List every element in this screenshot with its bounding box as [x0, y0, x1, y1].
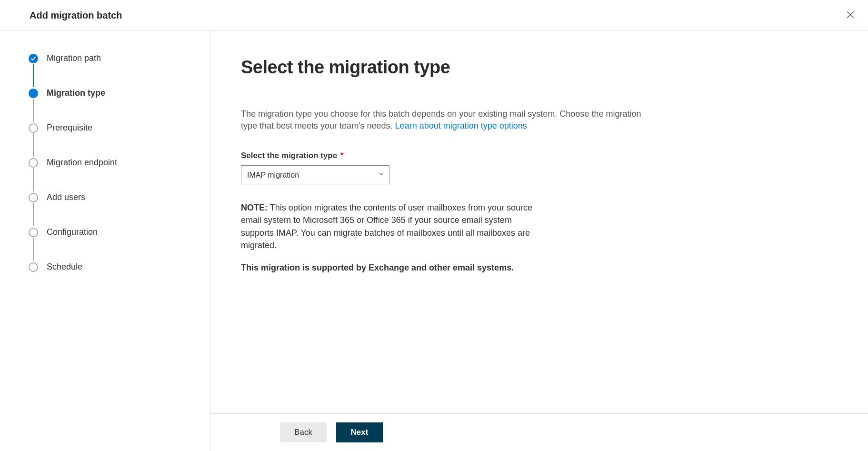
back-button[interactable]: Back	[280, 422, 327, 442]
step-migration-endpoint[interactable]: Migration endpoint	[29, 158, 199, 192]
step-label: Configuration	[47, 227, 98, 237]
wizard-steps-sidebar: Migration path Migration type Prerequisi…	[0, 30, 210, 451]
pending-step-icon	[29, 262, 38, 272]
migration-type-select[interactable]: IMAP migration	[241, 165, 389, 184]
next-button[interactable]: Next	[336, 422, 383, 442]
step-migration-type[interactable]: Migration type	[29, 88, 199, 123]
step-configuration[interactable]: Configuration	[29, 227, 199, 262]
pending-step-icon	[29, 158, 38, 168]
step-label: Migration endpoint	[47, 158, 117, 168]
header: Add migration batch	[0, 0, 868, 30]
wizard-steps: Migration path Migration type Prerequisi…	[29, 53, 199, 272]
step-label: Schedule	[47, 262, 82, 272]
pending-step-icon	[29, 193, 38, 202]
step-migration-path[interactable]: Migration path	[29, 53, 199, 88]
close-button[interactable]	[844, 9, 857, 22]
migration-type-label: Select the migration type *	[241, 151, 838, 160]
intro-text: The migration type you choose for this b…	[241, 108, 655, 132]
main: Select the migration type The migration …	[210, 30, 868, 451]
migration-type-select-wrap: IMAP migration	[241, 165, 389, 184]
body: Migration path Migration type Prerequisi…	[0, 30, 868, 451]
learn-more-link[interactable]: Learn about migration type options	[395, 121, 527, 130]
current-step-dot-icon	[29, 89, 38, 98]
note-label: NOTE:	[241, 203, 268, 212]
close-icon	[846, 10, 855, 20]
step-label: Migration type	[47, 88, 105, 98]
footer: Back Next	[210, 413, 868, 451]
note-body: This option migrates the contents of use…	[241, 203, 532, 250]
field-label-text: Select the migration type	[241, 151, 337, 160]
pending-step-icon	[29, 123, 38, 133]
step-label: Prerequisite	[47, 123, 92, 133]
step-prerequisite[interactable]: Prerequisite	[29, 123, 199, 158]
step-schedule[interactable]: Schedule	[29, 262, 199, 272]
page-title: Add migration batch	[30, 10, 122, 21]
step-label: Add users	[47, 192, 85, 202]
note-text: NOTE: This option migrates the contents …	[241, 201, 536, 251]
required-asterisk: *	[340, 151, 344, 160]
wizard-page: Add migration batch Migration path	[0, 0, 868, 451]
step-label: Migration path	[47, 53, 101, 63]
content: Select the migration type The migration …	[210, 30, 868, 413]
content-heading: Select the migration type	[241, 57, 838, 78]
check-icon	[29, 54, 38, 63]
step-add-users[interactable]: Add users	[29, 192, 199, 227]
pending-step-icon	[29, 228, 38, 237]
support-text: This migration is supported by Exchange …	[241, 263, 536, 273]
